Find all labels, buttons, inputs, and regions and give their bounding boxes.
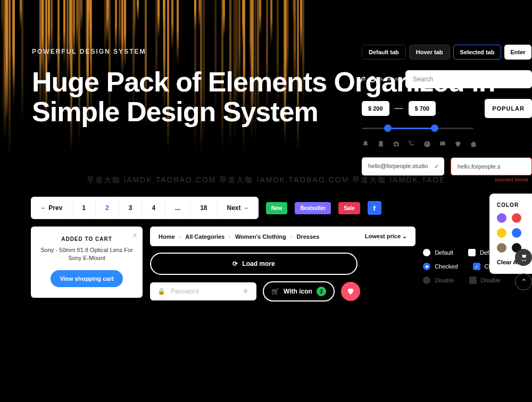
email-valid[interactable]: hello@forpeople.studio ✓ — [362, 157, 444, 175]
sort-dropdown[interactable]: Lowest price ⌄ — [365, 233, 407, 240]
up-round-button[interactable]: ⌃ — [515, 273, 532, 290]
badge-bestseller: Bestseller — [295, 202, 331, 214]
bc-womens[interactable]: Women's Clothing — [235, 233, 286, 240]
checkbox-default[interactable]: Default — [468, 249, 498, 256]
swatch-red[interactable] — [512, 213, 521, 223]
password-placeholder: Password — [171, 288, 199, 295]
chevron-right-icon: › — [179, 233, 181, 240]
cart-icon: 🛒 — [271, 288, 279, 295]
camera-icon[interactable] — [393, 140, 400, 148]
heart-icon[interactable] — [454, 140, 462, 148]
chevron-up-icon: ⌃ — [520, 277, 527, 287]
dot[interactable] — [387, 78, 390, 81]
dot-active[interactable] — [369, 76, 376, 82]
load-more-button[interactable]: ⟳ Load more — [150, 253, 358, 275]
page-4[interactable]: 4 — [142, 197, 165, 219]
price-max[interactable]: $ 700 — [409, 101, 436, 116]
badge-sale: Sale — [338, 202, 360, 214]
popular-button[interactable]: POPULAR — [485, 99, 532, 118]
components-panel-lower: ← Prev 1 2 3 4 ... 18 Next → New Bestsel… — [31, 197, 532, 302]
cart-title: ADDED TO CART — [40, 236, 133, 242]
heart-icon — [346, 287, 355, 296]
error-label: Incorrect format — [495, 177, 528, 182]
watermark: 早道大咖 IAMDK.TAOBAO.COM 早道大咖 IAMDK.TAOBAO.… — [0, 175, 532, 185]
pagination: ← Prev 1 2 3 4 ... 18 Next → — [31, 197, 259, 219]
cart-round-button[interactable] — [515, 249, 532, 266]
bookmark-icon[interactable] — [377, 140, 385, 148]
page-2[interactable]: 2 — [96, 197, 119, 219]
tabs: Default tab Hover tab Selected tab Enter — [362, 45, 532, 60]
breadcrumb: Home › All Categories › Women's Clothing… — [150, 227, 415, 246]
with-icon-count: 3 — [317, 287, 326, 296]
round-buttons: ⌃ — [515, 249, 532, 290]
cart-desc: Sony - 50mm f/1.8 Optical Lens For Sony … — [40, 246, 133, 263]
page-18[interactable]: 18 — [190, 197, 217, 219]
slider-thumb-min[interactable] — [384, 124, 392, 132]
tab-default[interactable]: Default tab — [362, 45, 406, 60]
dot[interactable] — [362, 78, 365, 81]
dot[interactable] — [380, 78, 383, 81]
radio-default[interactable]: Default — [423, 249, 453, 256]
facebook-button[interactable]: f — [368, 201, 381, 215]
lock-icon: 🔒 — [157, 288, 165, 295]
tab-hover[interactable]: Hover tab — [409, 45, 450, 60]
load-more-label: Load more — [242, 260, 275, 267]
dot[interactable] — [395, 78, 398, 81]
range-slider[interactable] — [362, 123, 473, 133]
radio-disabled: Disable — [423, 277, 454, 284]
page-1[interactable]: 1 — [72, 197, 96, 219]
checkbox-disabled: Disable — [469, 277, 501, 284]
bell-icon[interactable] — [362, 140, 369, 148]
cart-toast: × ADDED TO CART Sony - 50mm f/1.8 Optica… — [31, 227, 143, 298]
page-3[interactable]: 3 — [119, 197, 143, 219]
tab-selected[interactable]: Selected tab — [453, 45, 502, 60]
email-invalid[interactable]: hello.forpeople.s Incorrect format — [451, 157, 532, 175]
slider-thumb-max[interactable] — [431, 124, 438, 132]
page-prev[interactable]: ← Prev — [31, 197, 72, 219]
email-valid-text: hello@forpeople.studio — [368, 163, 428, 169]
check-icon: ✓ — [434, 163, 439, 170]
color-popover-title: COLOR — [497, 202, 528, 208]
bc-dresses[interactable]: Dresses — [296, 233, 319, 240]
view-cart-button[interactable]: View shopping cart — [51, 270, 123, 287]
tab-enter[interactable]: Enter — [504, 45, 531, 60]
radio-checked[interactable]: Checked — [423, 263, 458, 270]
price-min[interactable]: $ 200 — [362, 101, 389, 116]
badge-new: New — [266, 202, 288, 214]
eye-icon[interactable]: 👁 — [243, 288, 249, 295]
controls: Default Default Checked ✓Checked Disable… — [423, 249, 508, 284]
search-input[interactable]: Search — [405, 70, 532, 88]
password-input[interactable]: 🔒 Password 👁 — [150, 282, 256, 300]
price-dash: — — [395, 104, 403, 113]
with-icon-label: With icon — [284, 288, 312, 295]
checkbox-checked[interactable]: ✓Checked — [473, 263, 508, 270]
bc-home[interactable]: Home — [159, 233, 175, 240]
clock-icon[interactable] — [423, 140, 431, 148]
carousel-dots[interactable] — [362, 76, 398, 82]
page-next[interactable]: Next → — [217, 197, 258, 219]
chevron-right-icon: › — [290, 233, 293, 240]
cart-icon[interactable] — [408, 140, 415, 148]
favorite-button[interactable] — [341, 282, 360, 301]
refresh-icon: ⟳ — [232, 260, 238, 267]
swatch-purple[interactable] — [497, 213, 506, 223]
chevron-right-icon: › — [229, 233, 231, 240]
icon-row — [362, 140, 532, 148]
email-invalid-text: hello.forpeople.s — [458, 163, 501, 170]
cart-icon — [520, 254, 527, 261]
home-icon[interactable] — [470, 140, 477, 148]
close-icon[interactable]: × — [132, 231, 137, 240]
bc-all[interactable]: All Categories — [185, 233, 225, 240]
components-panel-top: Default tab Hover tab Selected tab Enter… — [362, 45, 532, 175]
with-icon-button[interactable]: 🛒 With icon 3 — [263, 281, 335, 302]
chat-icon[interactable] — [439, 140, 446, 148]
chevron-down-icon: ⌄ — [402, 233, 407, 239]
page-ellipsis[interactable]: ... — [165, 197, 190, 219]
